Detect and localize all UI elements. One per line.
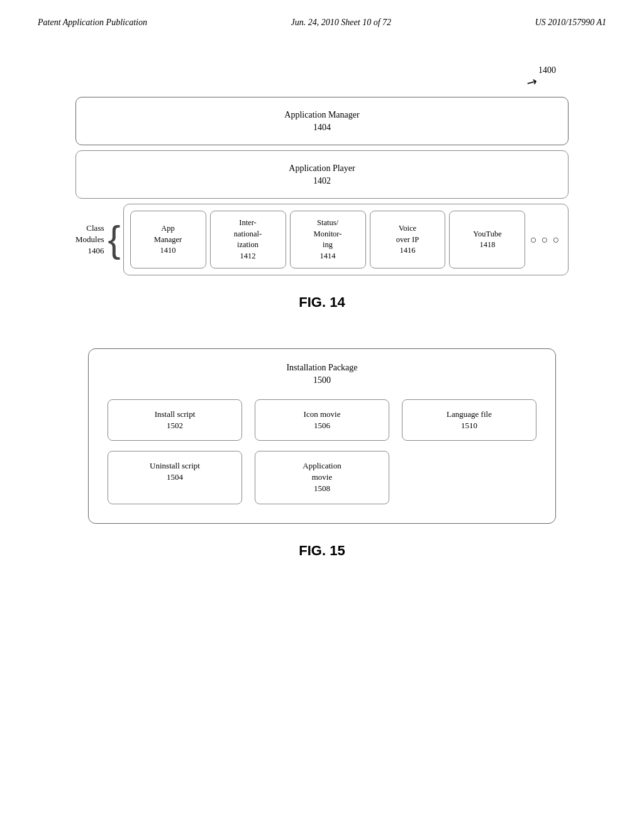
- ref-1400-label: 1400 ↙: [38, 65, 606, 91]
- application-manager-box: Application Manager 1404: [75, 97, 569, 145]
- modules-container: AppManager 1410 Inter-national-ization 1…: [123, 204, 569, 275]
- pkg-icon-movie: Icon movie 1506: [255, 399, 389, 441]
- class-modules-label: Class Modules 1406: [75, 223, 104, 257]
- fig14-section: 1400 ↙ Application Manager 1404 Applicat…: [0, 65, 644, 311]
- modules-row: Class Modules 1406 { AppManager 1410 Int…: [38, 204, 606, 275]
- module-youtube-label: YouTube: [473, 229, 502, 240]
- installation-package-box: Installation Package 1500 Install script…: [88, 348, 556, 523]
- module-app-manager: AppManager 1410: [130, 211, 206, 268]
- app-manager-number: 1404: [313, 123, 331, 132]
- pkg-grid: Install script 1502 Icon movie 1506 Lang…: [108, 399, 536, 504]
- header-right: US 2010/157990 A1: [535, 18, 606, 28]
- fig15-section: Installation Package 1500 Install script…: [0, 348, 644, 558]
- pkg-language-file: Language file 1510: [402, 399, 536, 441]
- app-player-label: Application Player: [289, 163, 355, 173]
- header-left: Patent Application Publication: [38, 18, 147, 28]
- app-manager-label: Application Manager: [284, 110, 359, 119]
- pkg-empty-cell: [402, 451, 536, 504]
- application-player-box: Application Player 1402: [75, 150, 569, 199]
- arrow-icon: ↙: [523, 74, 540, 92]
- ref-1400-number: 1400: [538, 65, 556, 75]
- fig15-label: FIG. 15: [38, 543, 606, 559]
- pkg-install-script-number: 1502: [114, 420, 235, 431]
- page-header: Patent Application Publication Jun. 24, …: [0, 0, 644, 28]
- fig14-label: FIG. 14: [38, 294, 606, 311]
- module-youtube: YouTube 1418: [449, 211, 525, 268]
- pkg-language-file-number: 1510: [409, 420, 530, 431]
- module-voice-over-ip: Voiceover IP 1416: [370, 211, 446, 268]
- pkg-install-script: Install script 1502: [108, 399, 242, 441]
- module-voip-number: 1416: [399, 245, 415, 257]
- module-youtube-number: 1418: [479, 240, 495, 251]
- pkg-application-movie: Applicationmovie 1508: [255, 451, 389, 504]
- ellipsis-dots: ○ ○ ○: [529, 211, 562, 268]
- pkg-uninstall-script: Uninstall script 1504: [108, 451, 242, 504]
- module-status-number: 1414: [320, 251, 336, 262]
- brace-icon: {: [108, 221, 121, 258]
- module-app-manager-number: 1410: [160, 245, 176, 257]
- module-status-monitoring: Status/Monitor-ing 1414: [290, 211, 366, 268]
- installation-pkg-title: Installation Package 1500: [108, 362, 536, 386]
- header-center: Jun. 24, 2010 Sheet 10 of 72: [291, 18, 391, 28]
- module-internationalization: Inter-national-ization 1412: [210, 211, 286, 268]
- pkg-application-movie-number: 1508: [262, 483, 382, 494]
- module-intl-number: 1412: [240, 251, 256, 262]
- pkg-uninstall-script-number: 1504: [114, 472, 235, 483]
- pkg-icon-movie-number: 1506: [262, 420, 382, 431]
- app-player-number: 1402: [313, 176, 331, 185]
